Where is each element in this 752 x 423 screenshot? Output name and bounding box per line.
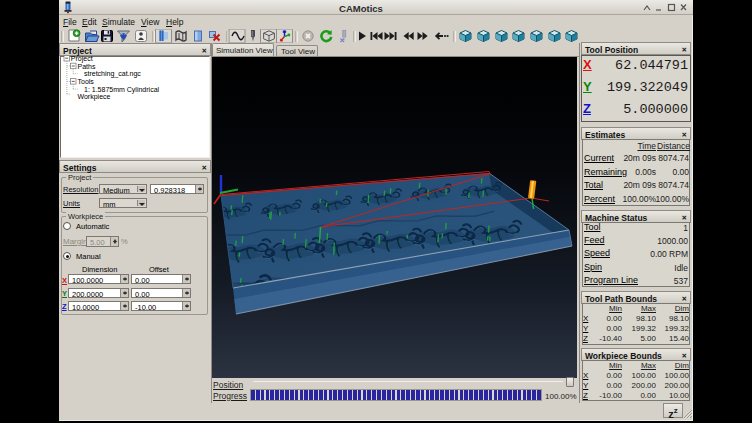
svg-text:Paths: Paths: [78, 63, 96, 70]
svg-text:Workpiece: Workpiece: [78, 93, 111, 101]
svg-text:Tools: Tools: [78, 78, 95, 85]
